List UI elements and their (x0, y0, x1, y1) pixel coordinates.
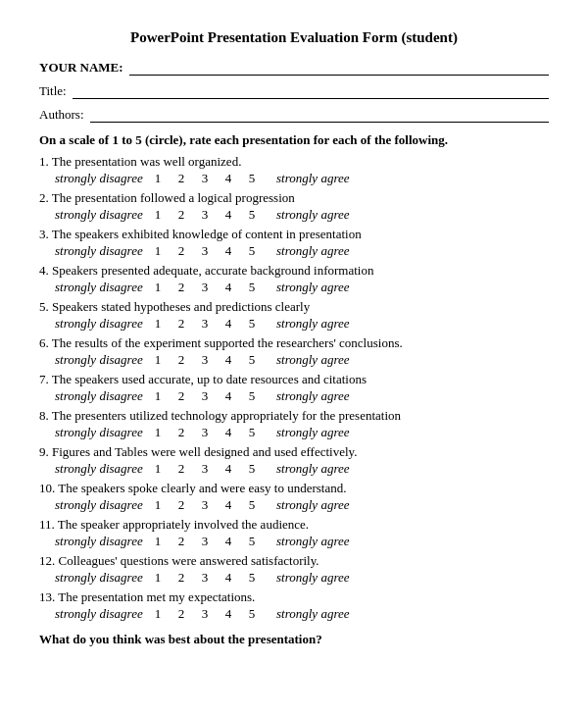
rating-number-4[interactable]: 4 (223, 606, 233, 622)
rating-number-2[interactable]: 2 (176, 316, 186, 332)
question-block-10: 10. The speakers spoke clearly and were … (39, 481, 549, 513)
rating-number-2[interactable]: 2 (176, 352, 186, 368)
rating-row-13: strongly disagree12345strongly agree (39, 606, 549, 622)
rating-number-1[interactable]: 1 (153, 606, 163, 622)
rating-number-5[interactable]: 5 (247, 207, 257, 223)
rating-number-3[interactable]: 3 (200, 243, 210, 259)
strongly-agree-6: strongly agree (276, 352, 350, 368)
rating-number-5[interactable]: 5 (247, 388, 257, 404)
rating-number-2[interactable]: 2 (176, 207, 186, 223)
rating-number-1[interactable]: 1 (153, 243, 163, 259)
question-text-2: 2. The presentation followed a logical p… (39, 190, 549, 206)
question-block-11: 11. The speaker appropriately involved t… (39, 517, 549, 549)
rating-number-4[interactable]: 4 (223, 352, 233, 368)
rating-number-3[interactable]: 3 (200, 316, 210, 332)
rating-number-2[interactable]: 2 (176, 425, 186, 440)
rating-number-5[interactable]: 5 (247, 425, 257, 440)
question-text-11: 11. The speaker appropriately involved t… (39, 517, 549, 533)
rating-number-4[interactable]: 4 (223, 280, 233, 295)
rating-numbers-1: 12345 (153, 171, 257, 186)
question-text-3: 3. The speakers exhibited knowledge of c… (39, 227, 549, 242)
rating-numbers-6: 12345 (153, 352, 257, 368)
question-block-13: 13. The presentation met my expectations… (39, 589, 549, 622)
rating-number-4[interactable]: 4 (223, 497, 233, 513)
rating-number-3[interactable]: 3 (200, 497, 210, 513)
rating-number-3[interactable]: 3 (200, 171, 210, 186)
rating-number-3[interactable]: 3 (200, 425, 210, 440)
rating-number-1[interactable]: 1 (153, 570, 163, 586)
rating-number-1[interactable]: 1 (153, 425, 163, 440)
rating-number-1[interactable]: 1 (153, 388, 163, 404)
rating-number-1[interactable]: 1 (153, 497, 163, 513)
rating-number-2[interactable]: 2 (176, 280, 186, 295)
strongly-agree-3: strongly agree (276, 243, 350, 259)
rating-number-1[interactable]: 1 (153, 534, 163, 549)
questions-container: 1. The presentation was well organized.s… (39, 154, 549, 622)
rating-number-4[interactable]: 4 (223, 388, 233, 404)
rating-row-12: strongly disagree12345strongly agree (39, 570, 549, 586)
rating-number-3[interactable]: 3 (200, 570, 210, 586)
rating-number-5[interactable]: 5 (247, 352, 257, 368)
rating-number-4[interactable]: 4 (223, 570, 233, 586)
rating-number-1[interactable]: 1 (153, 207, 163, 223)
rating-number-5[interactable]: 5 (247, 497, 257, 513)
rating-number-3[interactable]: 3 (200, 352, 210, 368)
strongly-agree-12: strongly agree (276, 570, 350, 586)
rating-number-2[interactable]: 2 (176, 497, 186, 513)
rating-number-1[interactable]: 1 (153, 352, 163, 368)
title-input[interactable] (73, 83, 549, 99)
rating-number-1[interactable]: 1 (153, 461, 163, 477)
rating-number-3[interactable]: 3 (200, 388, 210, 404)
question-text-4: 4. Speakers presented adequate, accurate… (39, 263, 549, 279)
rating-number-4[interactable]: 4 (223, 534, 233, 549)
strongly-disagree-7: strongly disagree (55, 388, 143, 404)
rating-number-3[interactable]: 3 (200, 534, 210, 549)
question-block-4: 4. Speakers presented adequate, accurate… (39, 263, 549, 295)
rating-number-2[interactable]: 2 (176, 171, 186, 186)
rating-number-1[interactable]: 1 (153, 316, 163, 332)
rating-number-5[interactable]: 5 (247, 606, 257, 622)
rating-number-5[interactable]: 5 (247, 534, 257, 549)
rating-number-4[interactable]: 4 (223, 171, 233, 186)
rating-numbers-7: 12345 (153, 388, 257, 404)
rating-number-5[interactable]: 5 (247, 280, 257, 295)
question-block-1: 1. The presentation was well organized.s… (39, 154, 549, 186)
rating-numbers-2: 12345 (153, 207, 257, 223)
rating-number-1[interactable]: 1 (153, 280, 163, 295)
question-text-9: 9. Figures and Tables were well designed… (39, 444, 549, 460)
rating-number-5[interactable]: 5 (247, 243, 257, 259)
rating-number-5[interactable]: 5 (247, 461, 257, 477)
strongly-disagree-2: strongly disagree (55, 207, 143, 223)
strongly-agree-5: strongly agree (276, 316, 350, 332)
rating-number-4[interactable]: 4 (223, 207, 233, 223)
rating-number-2[interactable]: 2 (176, 388, 186, 404)
rating-number-3[interactable]: 3 (200, 207, 210, 223)
authors-row: Authors: (39, 107, 549, 123)
rating-number-2[interactable]: 2 (176, 570, 186, 586)
rating-numbers-3: 12345 (153, 243, 257, 259)
authors-input[interactable] (90, 107, 550, 123)
rating-number-2[interactable]: 2 (176, 606, 186, 622)
rating-number-4[interactable]: 4 (223, 425, 233, 440)
rating-row-5: strongly disagree12345strongly agree (39, 316, 549, 332)
rating-number-1[interactable]: 1 (153, 171, 163, 186)
strongly-agree-1: strongly agree (276, 171, 350, 186)
rating-number-5[interactable]: 5 (247, 570, 257, 586)
rating-number-3[interactable]: 3 (200, 280, 210, 295)
rating-number-4[interactable]: 4 (223, 316, 233, 332)
rating-number-5[interactable]: 5 (247, 316, 257, 332)
rating-number-3[interactable]: 3 (200, 606, 210, 622)
rating-number-5[interactable]: 5 (247, 171, 257, 186)
rating-number-2[interactable]: 2 (176, 243, 186, 259)
strongly-agree-9: strongly agree (276, 461, 350, 477)
rating-number-2[interactable]: 2 (176, 534, 186, 549)
your-name-row: YOUR NAME: (39, 60, 549, 76)
rating-number-4[interactable]: 4 (223, 461, 233, 477)
rating-row-9: strongly disagree12345strongly agree (39, 461, 549, 477)
rating-number-4[interactable]: 4 (223, 243, 233, 259)
rating-number-2[interactable]: 2 (176, 461, 186, 477)
rating-number-3[interactable]: 3 (200, 461, 210, 477)
strongly-disagree-4: strongly disagree (55, 280, 143, 295)
your-name-input[interactable] (129, 60, 549, 76)
question-text-5: 5. Speakers stated hypotheses and predic… (39, 299, 549, 315)
